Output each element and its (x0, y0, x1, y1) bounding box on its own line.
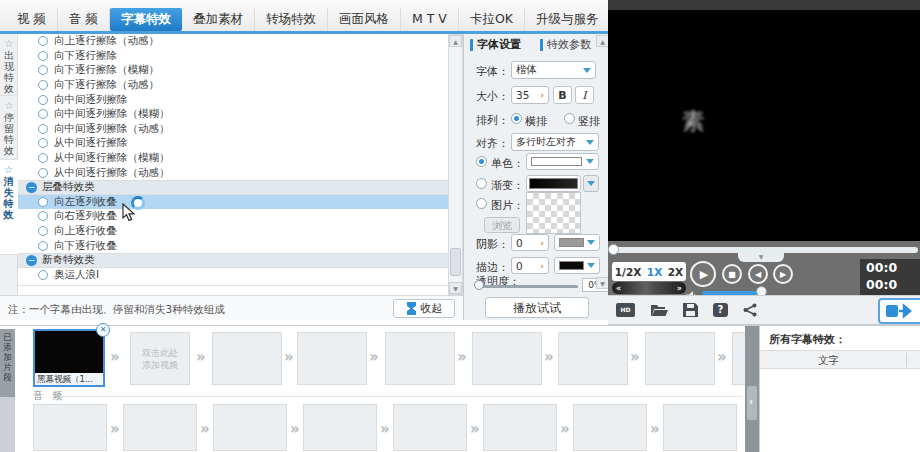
shadow-stepper[interactable]: 0› (511, 234, 549, 251)
effect-item-label: 向下逐行擦除 (54, 49, 117, 63)
menu-tab-3[interactable]: 字幕特效 (110, 8, 182, 31)
menu-tab-2[interactable]: 音 频 (58, 8, 110, 31)
save-icon[interactable] (683, 303, 698, 317)
bold-button[interactable]: B (553, 86, 572, 104)
video-slot-1[interactable]: 双击此处添加视频 (130, 332, 190, 385)
jog-wheel[interactable]: «» (612, 282, 686, 294)
audio-slot-8[interactable] (663, 404, 737, 451)
audio-slot-6[interactable] (483, 404, 557, 451)
effect-item-label: 向左逐列收叠 (54, 195, 117, 209)
stage-tab-3[interactable]: ☆消失特效 (0, 160, 18, 255)
effect-item-2[interactable]: 向下逐行擦除 (18, 49, 448, 64)
video-slot-4[interactable] (385, 332, 455, 385)
shadow-value: 0 (516, 237, 523, 249)
audio-slot-2[interactable] (123, 404, 197, 451)
outline-stepper[interactable]: 0› (511, 257, 549, 274)
opacity-slider[interactable] (478, 285, 578, 288)
menu-tab-9[interactable]: 升级与服务 (525, 8, 611, 31)
seek-handle[interactable] (608, 244, 619, 255)
tab-label: 特效参数 (547, 37, 591, 52)
audio-slot-5[interactable] (393, 404, 467, 451)
audio-slot-3[interactable] (213, 404, 287, 451)
help-icon[interactable]: ? (713, 303, 728, 317)
effect-item-4[interactable]: 向下逐行擦除（动感） (18, 78, 448, 93)
tab-effect-params[interactable]: 特效参数 (540, 37, 591, 52)
menu-tab-8[interactable]: 卡拉OK (459, 8, 525, 31)
effect-item-8[interactable]: 从中间逐行擦除 (18, 136, 448, 151)
scroll-up-icon[interactable]: ▲ (449, 35, 462, 47)
audio-slot-4[interactable] (303, 404, 377, 451)
menu-tab-1[interactable]: 视 频 (6, 8, 58, 31)
video-slot-7[interactable] (645, 332, 715, 385)
effect-item-label: 奥运人浪I (54, 268, 99, 282)
play-button[interactable]: ▶ (690, 261, 716, 287)
prev-frame-button[interactable]: ◀ (748, 264, 768, 284)
menu-tab-4[interactable]: 叠加素材 (182, 8, 255, 31)
video-slot-2[interactable] (212, 332, 282, 385)
size-stepper[interactable]: 35› (511, 86, 549, 104)
tab-font-settings[interactable]: 字体设置 (470, 37, 521, 52)
video-slot-5[interactable] (472, 332, 542, 385)
collapse-button[interactable]: 收起 (393, 299, 455, 318)
speed-1X[interactable]: 1X (647, 266, 662, 278)
effect-item-10[interactable]: 从中间逐行擦除（动感） (18, 165, 448, 180)
clip-close-icon[interactable]: ✕ (96, 323, 110, 337)
next-frame-button[interactable]: ▶ (773, 264, 793, 284)
play-test-button[interactable]: 播放试试 (485, 297, 589, 318)
speed-2X[interactable]: 2X (668, 266, 683, 278)
solid-color-radio[interactable] (476, 156, 487, 167)
outline-color-select[interactable] (554, 257, 600, 274)
audio-slot-7[interactable] (573, 404, 647, 451)
speed-1/2X[interactable]: 1/2X (615, 266, 642, 278)
effect-item-13[interactable]: 向右逐列收叠 (18, 209, 448, 224)
shadow-color-select[interactable] (554, 234, 600, 251)
stage-tab-1[interactable]: ☆出现特效 (0, 34, 18, 96)
effect-item-17[interactable]: 奥运人浪I (18, 268, 448, 283)
menu-tab-7[interactable]: M T V (401, 8, 459, 31)
effect-item-15[interactable]: 向下逐行收叠 (18, 238, 448, 253)
effect-item-7[interactable]: 向中间逐列擦除（动感） (18, 122, 448, 137)
share-icon[interactable] (743, 303, 757, 317)
scroll-down-icon[interactable]: ▼ (449, 282, 462, 294)
video-top-strip (608, 0, 920, 10)
stop-button[interactable]: ■ (722, 264, 742, 284)
arrange-radio-1[interactable] (511, 113, 522, 124)
stage-tab-2[interactable]: ☆停留特效 (0, 96, 18, 160)
panel-collapse-notch[interactable]: ▼ (738, 253, 784, 262)
browse-button[interactable]: 浏览 (484, 217, 520, 233)
gradient-arrow-button[interactable] (583, 175, 599, 192)
opacity-slider-handle[interactable] (474, 280, 484, 290)
effect-item-6[interactable]: 向中间逐列擦除（模糊） (18, 107, 448, 122)
open-folder-icon[interactable] (650, 303, 668, 317)
video-slot-3[interactable] (297, 332, 367, 385)
arrange-radio-2[interactable] (564, 113, 575, 124)
effect-category-16[interactable]: −新奇特效类 (18, 253, 448, 268)
font-select[interactable]: 楷体 (511, 61, 596, 79)
chevron-separator-icon: » (544, 348, 554, 366)
effect-category-11[interactable]: −层叠特效类 (18, 180, 448, 195)
solid-color-select[interactable] (526, 153, 599, 170)
gradient-radio[interactable] (476, 178, 487, 189)
export-button[interactable] (878, 298, 920, 324)
effect-item-12[interactable]: 向左逐列收叠 (18, 195, 448, 210)
timeline-clip-black-video[interactable]: 黑幕视频（1... (33, 329, 105, 387)
effect-item-3[interactable]: 向下逐行擦除（模糊） (18, 63, 448, 78)
gradient-select[interactable] (526, 175, 581, 192)
align-select[interactable]: 多行时左对齐 (511, 133, 599, 151)
video-slot-6[interactable] (558, 332, 628, 385)
added-clips-tab[interactable]: 已添加片段 (0, 329, 15, 397)
effect-list-scrollbar[interactable]: ▲ ▼ (448, 34, 463, 295)
scrollbar-thumb[interactable] (450, 248, 461, 276)
panel-splitter[interactable]: › (745, 326, 759, 452)
menu-tab-5[interactable]: 转场特效 (255, 8, 328, 31)
menu-tab-6[interactable]: 画面风格 (328, 8, 401, 31)
effect-item-9[interactable]: 从中间逐行擦除（模糊） (18, 151, 448, 166)
italic-button[interactable]: I (575, 86, 594, 104)
effect-item-5[interactable]: 向中间逐列擦除 (18, 92, 448, 107)
export-video-icon[interactable]: HD (616, 303, 635, 317)
effect-item-1[interactable]: 向上逐行擦除（动感） (18, 34, 448, 49)
audio-slot-1[interactable] (33, 404, 107, 451)
image-radio[interactable] (476, 198, 487, 209)
effect-item-14[interactable]: 向上逐行收叠 (18, 224, 448, 239)
time-display: 00:0 00:0 (860, 259, 920, 295)
